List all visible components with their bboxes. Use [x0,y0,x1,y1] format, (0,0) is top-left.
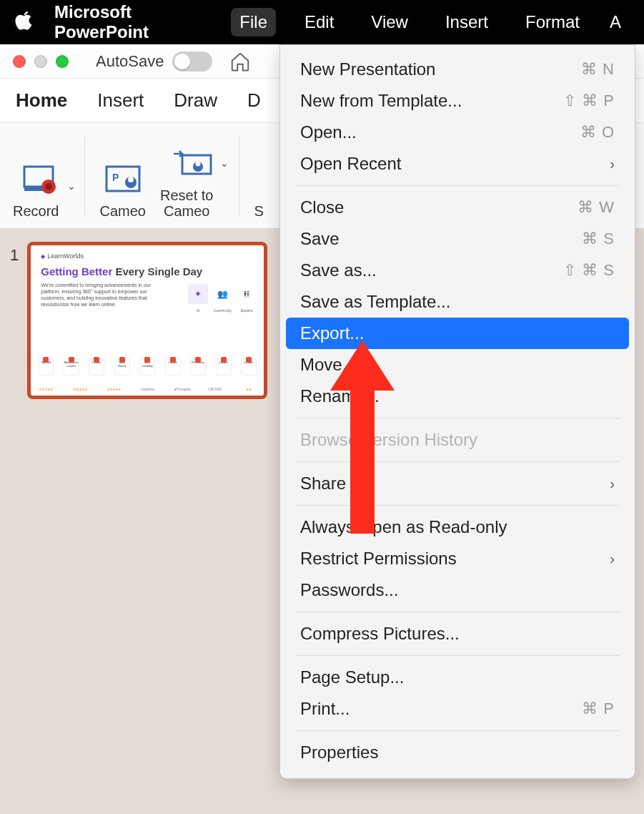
ribbon-divider [84,137,85,215]
slide-brand: LearnWorlds [41,252,254,260]
maximize-window-button[interactable] [56,55,69,68]
svg-point-7 [128,177,134,182]
menu-shortcut: ⌘ O [580,123,615,142]
slide-number: 1 [10,242,19,265]
menu-item-share[interactable]: Share› [286,468,629,499]
menu-item-label: New from Template... [300,91,462,111]
chevron-down-icon: ⌄ [67,180,76,192]
menu-shortcut: ⌘ N [581,60,615,79]
menu-item-label: Compress Pictures... [300,624,460,644]
menu-item-restrict-permissions[interactable]: Restrict Permissions› [286,543,629,574]
menu-item-label: Open Recent [300,154,401,174]
menu-item-export[interactable]: Export... [286,318,629,349]
menu-shortcut: ⌘ P [582,700,615,718]
macos-menubar: Microsoft PowerPoint File Edit View Inse… [0,0,644,44]
menubar-item-file[interactable]: File [231,8,276,36]
menu-item-save-as[interactable]: Save as...⇧ ⌘ S [286,255,629,286]
slide-rating-row: ★★★★★ ★★★★★ ★★★★★ Capterra ★Trustpilot C… [38,387,257,391]
menu-item-save[interactable]: Save⌘ S [286,223,629,255]
menu-item-label: Close [300,197,344,217]
svg-point-10 [196,161,201,166]
menubar-app-name: Microsoft PowerPoint [54,2,211,42]
reset-cameo-icon [169,143,215,183]
menu-item-label: Save [300,229,340,249]
chevron-right-icon: › [610,156,615,172]
menu-item-compress-pictures[interactable]: Compress Pictures... [286,618,629,649]
cameo-icon: P [104,159,142,199]
menu-item-label: Passwords... [300,580,398,600]
menu-item-label: Print... [300,699,350,719]
svg-point-3 [45,183,52,190]
menu-item-new-from-template[interactable]: New from Template...⇧ ⌘ P [286,85,629,117]
slide-title: Getting Better Every Single Day [41,265,254,278]
menu-item-passwords[interactable]: Passwords... [286,574,629,606]
tab-truncated[interactable]: D [247,89,261,112]
chevron-down-icon: ⌄ [220,157,229,169]
menu-item-label: Restrict Permissions [300,549,457,569]
menu-item-always-open-as-read-only[interactable]: Always Open as Read-only [286,511,629,543]
menu-separator [296,612,619,612]
menu-separator [296,461,619,462]
autosave-control: AutoSave [96,52,212,72]
menu-item-label: New Presentation [300,59,435,79]
menu-item-close[interactable]: Close⌘ W [286,192,629,223]
menu-separator [296,505,619,506]
tab-insert[interactable]: Insert [97,89,144,112]
record-icon [20,159,63,199]
menu-item-browse-version-history: Browse Version History [286,424,629,456]
cameo-button[interactable]: P Cameo [99,133,145,219]
menu-item-open[interactable]: Open...⌘ O [286,117,629,148]
tab-draw[interactable]: Draw [174,89,217,112]
menubar-item-truncated[interactable]: A [601,8,630,36]
menu-item-label: Always Open as Read-only [300,517,507,537]
menubar-item-view[interactable]: View [362,8,417,36]
menu-item-label: Page Setup... [300,667,404,687]
menu-item-label: Rename... [300,386,380,406]
menubar-item-insert[interactable]: Insert [437,8,497,36]
reset-to-cameo-label: Reset toCameo [160,187,213,219]
menu-item-print[interactable]: Print...⌘ P [286,693,629,725]
people-icon: 👥 [212,284,232,304]
record-label: Record [13,203,59,219]
menu-item-open-recent[interactable]: Open Recent› [286,148,629,180]
minimize-window-button[interactable] [34,55,47,68]
ribbon-partial-label: S [254,203,263,219]
slide-body: We're committed to bringing advancements… [41,282,162,308]
menu-shortcut: ⇧ ⌘ S [563,261,615,280]
chevron-right-icon: › [610,476,615,492]
slide-mini-icons: ✦ 👥 👫 [188,284,257,304]
menu-item-label: Save as Template... [300,292,450,312]
menubar-item-edit[interactable]: Edit [296,8,342,36]
slide-mini-labels: AI Community Experts [188,308,257,313]
sparkle-icon: ✦ [188,284,208,304]
menu-item-label: Properties [300,742,378,762]
reset-to-cameo-button[interactable]: Reset toCameo ⌄ [160,133,224,219]
home-icon[interactable] [229,51,251,72]
cameo-label: Cameo [99,203,145,219]
ribbon-partial-button[interactable]: S [254,133,263,219]
menu-separator [296,185,619,186]
team-icon: 👫 [237,284,257,304]
record-button[interactable]: Record ⌄ [13,133,70,219]
tab-home[interactable]: Home [16,89,67,112]
menu-item-label: Share [300,474,346,494]
menu-item-label: Move... [300,355,357,375]
autosave-toggle[interactable] [172,52,212,72]
slide-thumbnail-1[interactable]: LearnWorlds Getting Better Every Single … [27,242,267,399]
autosave-label: AutoSave [96,52,164,71]
traffic-lights [13,55,69,68]
slide-badge-row: Top 100 Momentum Leader Leader Best Resu… [38,358,257,376]
menu-item-properties[interactable]: Properties [286,737,629,768]
menu-item-new-presentation[interactable]: New Presentation⌘ N [286,54,629,85]
close-window-button[interactable] [13,55,26,68]
menu-item-move[interactable]: Move... [286,349,629,381]
menubar-item-format[interactable]: Format [517,8,588,36]
ribbon-divider [239,137,239,215]
menu-item-page-setup[interactable]: Page Setup... [286,662,629,693]
menu-item-save-as-template[interactable]: Save as Template... [286,286,629,318]
chevron-right-icon: › [610,551,615,567]
menu-shortcut: ⌘ S [582,230,615,248]
menu-item-rename[interactable]: Rename... [286,381,629,412]
menu-shortcut: ⇧ ⌘ P [563,92,615,110]
apple-logo-icon[interactable] [14,10,34,34]
